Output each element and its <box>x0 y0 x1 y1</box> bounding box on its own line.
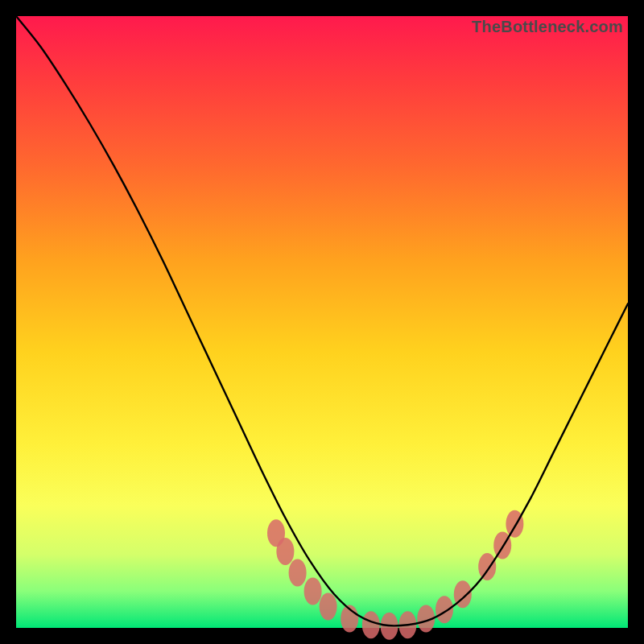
curve-marker <box>478 553 496 580</box>
curve-marker <box>276 538 294 565</box>
curve-marker <box>320 592 337 620</box>
chart-frame: TheBottleneck.com <box>16 16 628 628</box>
bottleneck-curve <box>16 16 628 625</box>
curve-marker <box>289 559 307 587</box>
curve-marker <box>362 611 380 638</box>
curve-marker <box>436 596 453 623</box>
curve-marker <box>304 577 322 605</box>
chart-svg <box>16 16 628 628</box>
